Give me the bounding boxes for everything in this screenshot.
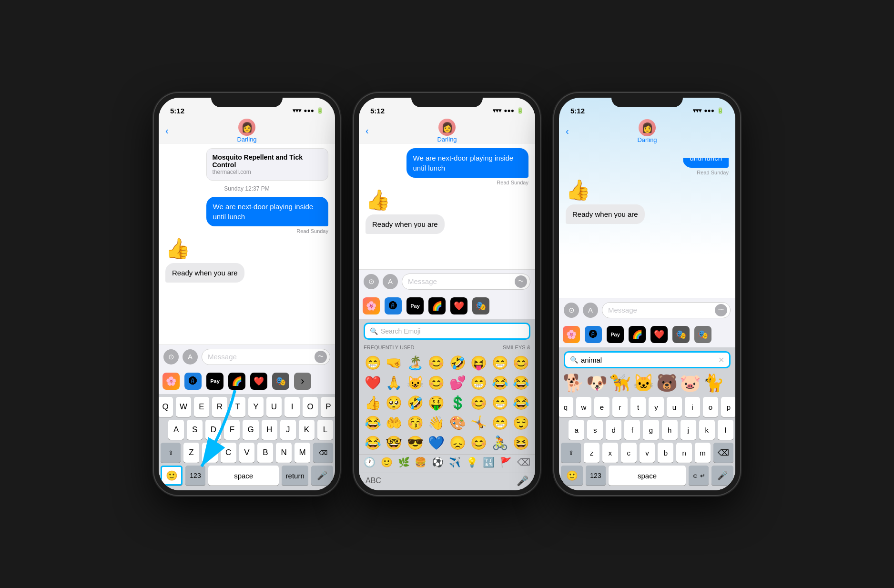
emoji-cell[interactable]: 😂: [511, 373, 532, 392]
key-r[interactable]: R: [212, 397, 227, 417]
emoji-cell[interactable]: 💕: [447, 373, 468, 392]
key-t[interactable]: T: [230, 397, 245, 417]
key-shift3[interactable]: ⇧: [561, 443, 581, 463]
mic-btn-3[interactable]: 🎤: [711, 466, 733, 486]
key-w[interactable]: W: [176, 397, 191, 417]
nav-contact-3[interactable]: 👩 Darling: [637, 119, 657, 143]
key-shift[interactable]: ⇧: [161, 443, 181, 463]
objects-icon[interactable]: 💡: [466, 456, 478, 468]
photos-icon-2[interactable]: 🌸: [363, 297, 380, 314]
key-q[interactable]: Q: [159, 397, 173, 417]
back-button-1[interactable]: ‹: [165, 125, 169, 136]
message-input-1[interactable]: Message 〜: [202, 349, 330, 365]
key-emoji-special[interactable]: ☺ ↵: [689, 466, 709, 486]
emoji-cell[interactable]: 🚴: [490, 433, 510, 452]
emoji-cell[interactable]: ❤️: [363, 373, 383, 392]
key-s3[interactable]: s: [587, 420, 603, 440]
key-r3[interactable]: r: [612, 397, 628, 417]
emoji-keyboard-btn-1[interactable]: 🙂: [161, 466, 183, 486]
music-icon-3[interactable]: 🌈: [629, 326, 646, 343]
key-j[interactable]: J: [280, 420, 296, 440]
key-i[interactable]: I: [284, 397, 300, 417]
key-l[interactable]: L: [317, 420, 333, 440]
back-button-2[interactable]: ‹: [366, 125, 369, 136]
activity-icon[interactable]: ⚽: [432, 456, 444, 468]
emoji-cell[interactable]: 😺: [405, 373, 426, 392]
back-button-3[interactable]: ‹: [566, 126, 569, 137]
camera-btn-1[interactable]: ⊙: [163, 349, 179, 365]
appstore-icon-1[interactable]: 🅐: [184, 373, 202, 390]
key-v3[interactable]: v: [640, 443, 655, 463]
emoji-cell[interactable]: 😞: [447, 433, 468, 452]
key-y3[interactable]: y: [649, 397, 664, 417]
apps-btn-3[interactable]: A: [583, 303, 598, 318]
message-input-2[interactable]: Message 〜: [402, 274, 530, 290]
emoji-cell[interactable]: 🏝️: [405, 353, 426, 372]
heart-icon-3[interactable]: ❤️: [650, 326, 668, 343]
key-w3[interactable]: w: [576, 397, 591, 417]
emoji-cell[interactable]: 😊: [469, 433, 489, 452]
key-p3[interactable]: p: [721, 397, 735, 417]
key-u3[interactable]: u: [667, 397, 682, 417]
key-b[interactable]: B: [257, 443, 273, 463]
key-f3[interactable]: f: [624, 420, 640, 440]
key-z3[interactable]: z: [584, 443, 599, 463]
music-icon-1[interactable]: 🌈: [228, 373, 245, 390]
key-n3[interactable]: n: [676, 443, 692, 463]
emoji-cell[interactable]: 😁: [469, 373, 489, 392]
animal-emoji[interactable]: 🦮: [610, 373, 631, 393]
key-y[interactable]: Y: [248, 397, 264, 417]
key-return-1[interactable]: return: [282, 466, 308, 486]
extra-icon-3[interactable]: 🎭: [694, 326, 711, 343]
emoji-cell[interactable]: 👋: [427, 413, 447, 432]
key-v[interactable]: V: [239, 443, 255, 463]
emoji-cell[interactable]: 😎: [405, 433, 426, 452]
key-x3[interactable]: x: [602, 443, 618, 463]
abc-label[interactable]: ABC: [366, 476, 381, 485]
key-e3[interactable]: e: [594, 397, 610, 417]
key-i3[interactable]: i: [685, 397, 700, 417]
smiley-icon[interactable]: 🙂: [381, 456, 393, 468]
key-e[interactable]: E: [194, 397, 209, 417]
emoji-keyboard-btn-3[interactable]: 🙂: [561, 466, 583, 486]
animal-emoji[interactable]: 🐱: [633, 373, 654, 393]
nature-icon[interactable]: 🌿: [398, 456, 410, 468]
music-icon-2[interactable]: 🌈: [428, 297, 446, 314]
heart-icon-2[interactable]: ❤️: [450, 297, 467, 314]
emoji-search-3[interactable]: 🔍 animal ✕: [564, 351, 731, 368]
emoji-cell[interactable]: 🤲: [384, 413, 405, 432]
message-input-3[interactable]: Message 〜: [602, 302, 731, 318]
camera-btn-2[interactable]: ⊙: [364, 274, 379, 289]
emoji-cell[interactable]: 💲: [447, 393, 468, 412]
memoji-icon-2[interactable]: 🎭: [472, 297, 489, 314]
nav-contact-2[interactable]: 👩 Darling: [437, 119, 457, 143]
key-b3[interactable]: b: [658, 443, 673, 463]
animal-emoji[interactable]: 🐻: [656, 373, 678, 393]
emoji-cell[interactable]: 🤣: [447, 353, 468, 372]
key-p[interactable]: P: [321, 397, 335, 417]
emoji-cell[interactable]: 😂: [490, 373, 510, 392]
applepay-icon-2[interactable]: Pay: [406, 297, 424, 314]
emoji-search-2[interactable]: 🔍 Search Emoji: [364, 323, 530, 340]
photos-icon-3[interactable]: 🌸: [563, 326, 580, 343]
animal-emoji[interactable]: 🐕: [563, 373, 584, 393]
clear-icon-3[interactable]: ✕: [718, 355, 724, 365]
key-q3[interactable]: q: [559, 397, 573, 417]
emoji-cell[interactable]: 👍: [363, 393, 383, 412]
key-h3[interactable]: h: [662, 420, 678, 440]
emoji-cell[interactable]: 😂: [511, 393, 532, 412]
emoji-cell[interactable]: 😁: [490, 413, 510, 432]
key-k3[interactable]: k: [699, 420, 715, 440]
mic-btn-1[interactable]: 🎤: [311, 466, 333, 486]
emoji-cell[interactable]: 🤑: [427, 393, 447, 412]
key-del[interactable]: ⌫: [313, 443, 333, 463]
key-123-1[interactable]: 123: [185, 466, 205, 486]
animal-emoji[interactable]: 🐈: [703, 373, 724, 393]
key-u[interactable]: U: [266, 397, 282, 417]
audio-btn-3[interactable]: 〜: [715, 304, 727, 316]
flags-icon[interactable]: 🚩: [500, 456, 512, 468]
emoji-cell[interactable]: 😊: [469, 393, 489, 412]
travel-icon[interactable]: ✈️: [449, 456, 461, 468]
animal-emoji[interactable]: 🐶: [586, 373, 608, 393]
key-c3[interactable]: c: [621, 443, 637, 463]
